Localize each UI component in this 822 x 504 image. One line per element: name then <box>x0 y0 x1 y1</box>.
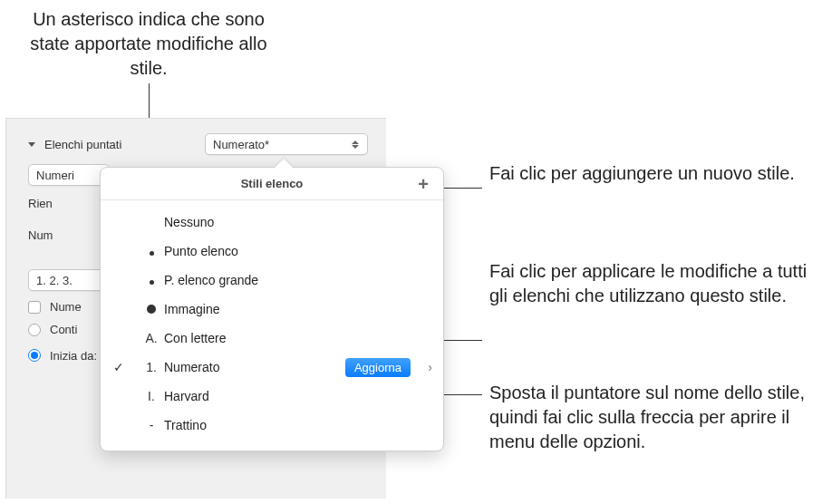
callout-modified-asterisk: Un asterisco indica che sono state appor… <box>22 7 276 81</box>
callout-options-arrow: Sposta il puntatore sul nome dello stile… <box>489 381 816 454</box>
check-icon: ✓ <box>113 360 124 374</box>
style-item-label: Nessuno <box>164 215 214 229</box>
style-item-trattino[interactable]: -Trattino <box>101 411 443 440</box>
bullet-marker <box>142 244 160 258</box>
number-label: Num <box>28 228 73 242</box>
bullet-marker: - <box>142 418 160 432</box>
style-item-numerato[interactable]: ✓1.NumeratoAggiorna› <box>101 353 443 382</box>
style-item-nessuno[interactable]: Nessuno <box>101 208 443 237</box>
style-item-p-elenco-grande[interactable]: P. elenco grande <box>101 266 443 295</box>
bullet-marker: 1. <box>142 360 160 374</box>
add-style-button[interactable]: + <box>412 173 434 195</box>
nume-checkbox[interactable] <box>28 301 41 314</box>
popover-title: Stili elenco <box>241 177 304 190</box>
style-item-punto-elenco[interactable]: Punto elenco <box>101 237 443 266</box>
bullet-marker: I. <box>142 389 160 403</box>
style-item-harvard[interactable]: I.Harvard <box>101 382 443 411</box>
bullet-marker <box>142 302 160 316</box>
continue-label: Conti <box>50 323 77 336</box>
style-item-label: Con lettere <box>164 331 226 345</box>
style-options-arrow[interactable]: › <box>428 360 432 374</box>
style-item-label: Numerato <box>164 360 219 374</box>
start-from-label: Inizia da: <box>50 349 97 363</box>
bullet-marker <box>142 273 160 287</box>
callout-add-style: Fai clic per aggiungere un nuovo stile. <box>489 161 798 186</box>
section-label-bullets: Elenchi puntati <box>44 138 121 151</box>
indent-label: Rien <box>28 197 73 210</box>
list-styles-popover: Stili elenco + NessunoPunto elencoP. ele… <box>100 167 444 451</box>
disclosure-triangle-icon[interactable] <box>28 142 35 147</box>
nume-checkbox-label: Nume <box>50 300 82 314</box>
bullet-marker: A. <box>142 331 160 345</box>
callout-update-style: Fai clic per applicare le modifiche a tu… <box>489 259 816 308</box>
start-from-radio[interactable] <box>28 349 41 362</box>
style-item-label: Punto elenco <box>164 244 238 258</box>
style-list: NessunoPunto elencoP. elenco grandeImmag… <box>101 200 443 451</box>
numbers-dropdown[interactable]: Numeri <box>28 164 110 186</box>
chevron-down-icon <box>351 140 360 149</box>
lead-line <box>149 83 150 120</box>
list-style-dropdown[interactable]: Numerato* <box>205 133 368 155</box>
style-item-label: Immagine <box>164 302 219 316</box>
style-item-immagine[interactable]: Immagine <box>101 295 443 324</box>
style-item-con-lettere[interactable]: A.Con lettere <box>101 324 443 353</box>
update-style-button[interactable]: Aggiorna <box>345 358 411 377</box>
number-format-dropdown[interactable]: 1. 2. 3. <box>28 269 104 291</box>
list-style-value: Numerato* <box>213 138 269 151</box>
number-format-value: 1. 2. 3. <box>36 274 73 287</box>
style-item-label: Harvard <box>164 389 209 403</box>
style-item-label: P. elenco grande <box>164 273 258 287</box>
style-item-label: Trattino <box>164 418 207 432</box>
continue-radio[interactable] <box>28 324 41 336</box>
popover-header: Stili elenco + <box>101 168 443 200</box>
numbers-value: Numeri <box>36 169 74 182</box>
